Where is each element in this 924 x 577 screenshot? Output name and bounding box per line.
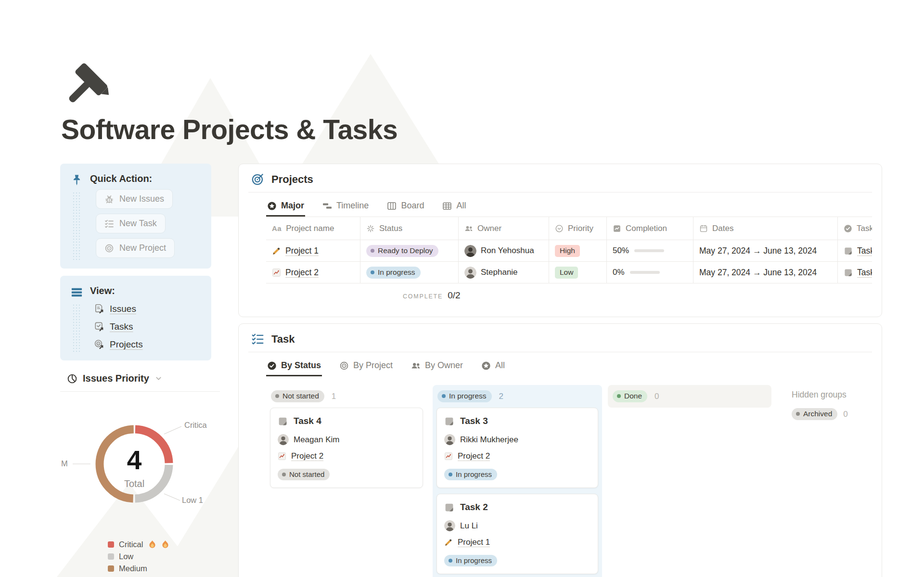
projects-table-header: Aa Project name Status Owner Priority <box>266 217 872 240</box>
donut-total-value: 4 <box>60 445 208 475</box>
callout-medium: M <box>61 459 68 468</box>
note-icon <box>444 416 454 426</box>
project-2-link[interactable]: Project 2 <box>285 268 319 278</box>
column-header-status[interactable]: Status <box>360 217 459 240</box>
priority-cell[interactable]: High <box>549 240 607 261</box>
column-header-project-name[interactable]: Aa Project name <box>266 217 360 240</box>
view-link-tasks[interactable]: Tasks <box>94 321 204 332</box>
tab-major-label: Major <box>281 201 304 211</box>
quick-action-title: Quick Action: <box>90 173 204 184</box>
task-card-task-4[interactable]: Task 4 Meagan Kim Project 2 Not sta <box>270 408 423 488</box>
priority-cell[interactable]: Low <box>549 262 607 283</box>
view-link-issues[interactable]: Issues <box>94 304 204 314</box>
tab-by-status-label: By Status <box>281 360 321 371</box>
dates-cell[interactable]: May 27, 2024 → June 13, 2024 <box>693 240 838 261</box>
projects-card: Projects Major Timeline Board <box>238 164 882 317</box>
status-cell[interactable]: In progress <box>360 262 459 283</box>
timeline-icon <box>322 201 332 211</box>
project-link[interactable]: Project 2 <box>458 451 490 461</box>
projects-card-header: Projects <box>248 173 872 186</box>
group-badge-not-started: Not started <box>271 390 324 402</box>
view-link-projects[interactable]: Projects <box>94 339 204 350</box>
task-title: Task 4 <box>294 416 321 426</box>
kanban-column-header[interactable]: Not started 1 <box>270 389 423 408</box>
project-link[interactable]: Project 1 <box>458 538 490 547</box>
task-project-row: Project 2 <box>444 451 590 461</box>
task-card-task-2[interactable]: Task 2 Lu Li Project 1 In progress <box>436 494 598 574</box>
dotted-texture <box>72 192 80 261</box>
donut-total-label: Total <box>60 478 208 489</box>
target-arrow-icon <box>94 339 104 350</box>
project-link[interactable]: Project 2 <box>291 451 323 461</box>
project-name-cell: Project 2 <box>266 262 360 283</box>
view-panel: View: Issues Tasks Projects <box>60 276 211 360</box>
view-title: View: <box>90 285 204 296</box>
owner-name: Ron Yehoshua <box>481 246 534 256</box>
column-header-tasks[interactable]: Tasks <box>838 217 872 240</box>
tab-major[interactable]: Major <box>266 197 305 217</box>
hidden-groups-label: Hidden groups <box>792 390 855 400</box>
status-dot <box>282 473 286 476</box>
archived-badge[interactable]: Archived <box>792 408 837 420</box>
column-header-priority[interactable]: Priority <box>549 217 607 240</box>
tasks-cell[interactable]: Task <box>838 240 872 261</box>
owner-cell[interactable]: Ron Yehoshua <box>459 240 549 261</box>
group-label: Done <box>624 392 642 400</box>
group-badge-in-progress: In progress <box>437 390 492 402</box>
complete-summary: COMPLETE 0/2 <box>403 290 872 301</box>
pie-chart-icon <box>67 373 77 384</box>
tab-by-owner[interactable]: By Owner <box>410 357 464 376</box>
status-dot <box>442 394 446 398</box>
tab-timeline[interactable]: Timeline <box>321 197 370 217</box>
new-issues-button[interactable]: New Issues <box>96 189 173 209</box>
bug-icon <box>104 194 114 204</box>
status-cell[interactable]: Ready to Deploy <box>360 240 459 261</box>
task-relation-link[interactable]: Task <box>857 246 872 256</box>
board-icon <box>387 201 397 211</box>
tab-all[interactable]: All <box>480 357 506 376</box>
owner-cell[interactable]: Stephanie <box>459 262 549 283</box>
task-title: Task 3 <box>460 416 488 426</box>
tab-board[interactable]: Board <box>386 197 425 217</box>
chart-increasing-icon <box>278 452 286 461</box>
column-label: Dates <box>712 224 733 233</box>
task-card-task-3[interactable]: Task 3 Rikki Mukherjee Project 2 In <box>436 408 598 488</box>
column-header-owner[interactable]: Owner <box>459 217 549 240</box>
legend-swatch-medium <box>108 565 114 572</box>
task-project-row: Project 1 <box>444 538 590 547</box>
issues-priority-dropdown[interactable]: Issues Priority <box>67 373 211 384</box>
complete-label: COMPLETE <box>403 293 443 300</box>
project-1-link[interactable]: Project 1 <box>285 246 319 256</box>
tab-all[interactable]: All <box>441 197 467 217</box>
completion-cell[interactable]: 0% <box>607 262 693 283</box>
chevron-down-icon <box>154 374 163 383</box>
column-header-dates[interactable]: Dates <box>693 217 838 240</box>
task-status-badge: Not started <box>278 469 330 480</box>
task-relation-link[interactable]: Task <box>857 268 872 278</box>
new-project-button[interactable]: New Project <box>96 238 175 258</box>
completion-progress: 0% <box>613 268 660 277</box>
avatar <box>444 434 455 445</box>
tab-by-status[interactable]: By Status <box>266 357 322 376</box>
tasks-cell[interactable]: Task <box>838 262 872 283</box>
people-icon <box>411 361 421 371</box>
kanban-column-in-progress: In progress 2 Task 3 Rikki Mukherjee <box>433 385 602 577</box>
kanban-column-done: Done 0 <box>608 385 771 408</box>
hammer-icon <box>61 61 111 111</box>
column-header-completion[interactable]: Completion <box>607 217 693 240</box>
tab-by-project[interactable]: By Project <box>338 357 394 376</box>
completion-percent: 50% <box>613 246 629 256</box>
dates-cell[interactable]: May 27, 2024 → June 13, 2024 <box>693 262 838 283</box>
status-dot <box>371 270 374 274</box>
table-row-project-2: Project 2 In progress Stephanie Low <box>266 262 872 283</box>
page: Software Projects & Tasks Quick Action: … <box>0 0 924 577</box>
kanban-column-header[interactable]: Done 0 <box>612 389 768 404</box>
legend-swatch-critical <box>108 541 114 548</box>
kanban-column-header[interactable]: In progress 2 <box>436 389 598 408</box>
tab-by-owner-label: By Owner <box>425 360 463 371</box>
chart-increasing-icon <box>444 452 453 461</box>
completion-cell[interactable]: 50% <box>607 240 693 261</box>
divider <box>248 192 872 192</box>
new-task-button[interactable]: New Task <box>96 214 166 233</box>
project-name-cell: Project 1 <box>266 240 360 261</box>
